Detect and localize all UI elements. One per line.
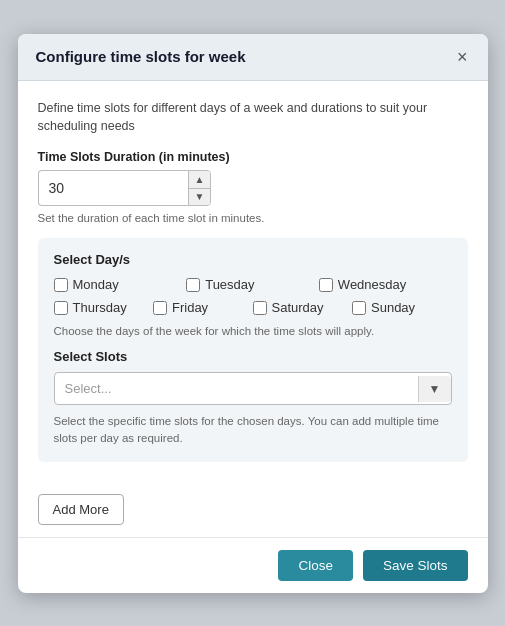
select-slots-title: Select Slots [54,349,452,364]
day-thursday[interactable]: Thursday [54,300,154,315]
checkbox-friday[interactable] [153,301,167,315]
checkbox-thursday[interactable] [54,301,68,315]
duration-spinner: ▲ ▼ [188,170,212,206]
slots-hint: Select the specific time slots for the c… [54,413,452,448]
day-thursday-label: Thursday [73,300,127,315]
slots-dropdown[interactable]: Select... ▼ [54,372,452,405]
day-sunday[interactable]: Sunday [352,300,452,315]
checkbox-wednesday[interactable] [319,278,333,292]
add-more-button[interactable]: Add More [38,494,124,525]
save-slots-button[interactable]: Save Slots [363,550,468,581]
close-button[interactable]: Close [278,550,353,581]
slots-dropdown-placeholder: Select... [65,381,418,396]
day-sunday-label: Sunday [371,300,415,315]
select-days-section: Select Day/s Monday Tuesday Wednesday [38,238,468,462]
day-saturday-label: Saturday [272,300,324,315]
days-grid: Monday Tuesday Wednesday Thursday [54,277,452,315]
day-monday[interactable]: Monday [54,277,187,292]
checkbox-saturday[interactable] [253,301,267,315]
modal-actions-top: Add More [18,494,488,537]
days-hint: Choose the days of the week for which th… [54,325,452,337]
day-tuesday[interactable]: Tuesday [186,277,319,292]
checkbox-tuesday[interactable] [186,278,200,292]
day-tuesday-label: Tuesday [205,277,254,292]
days-row-1: Monday Tuesday Wednesday [54,277,452,292]
modal-close-button[interactable]: × [455,48,470,66]
slots-dropdown-arrow-icon: ▼ [418,376,451,402]
modal-description: Define time slots for different days of … [38,99,468,137]
duration-row: ▲ ▼ [38,170,468,206]
day-friday[interactable]: Friday [153,300,253,315]
duration-input[interactable] [38,170,188,206]
modal-title: Configure time slots for week [36,48,246,65]
duration-label: Time Slots Duration (in minutes) [38,150,468,164]
modal-footer: Close Save Slots [18,537,488,593]
day-saturday[interactable]: Saturday [253,300,353,315]
select-days-title: Select Day/s [54,252,452,267]
configure-timeslots-modal: Configure time slots for week × Define t… [18,34,488,593]
day-friday-label: Friday [172,300,208,315]
days-row-2: Thursday Friday Saturday Sunday [54,300,452,315]
modal-header: Configure time slots for week × [18,34,488,81]
duration-hint: Set the duration of each time slot in mi… [38,212,468,224]
modal-body: Define time slots for different days of … [18,81,488,494]
checkbox-sunday[interactable] [352,301,366,315]
duration-increment-button[interactable]: ▲ [189,171,211,189]
day-wednesday[interactable]: Wednesday [319,277,452,292]
duration-decrement-button[interactable]: ▼ [189,189,211,206]
day-wednesday-label: Wednesday [338,277,406,292]
checkbox-monday[interactable] [54,278,68,292]
day-monday-label: Monday [73,277,119,292]
